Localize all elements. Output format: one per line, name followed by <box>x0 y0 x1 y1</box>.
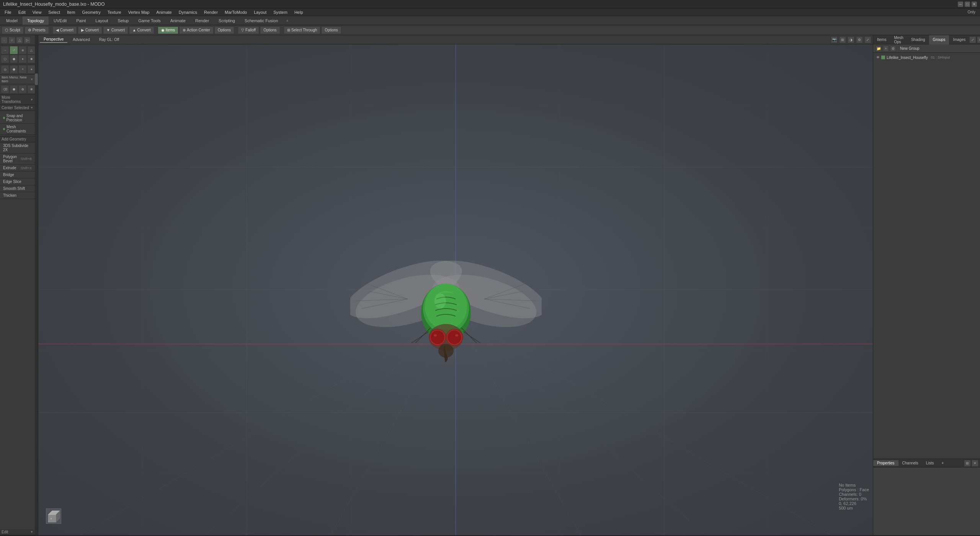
rb-tab-channels[interactable]: Channels <box>898 460 922 466</box>
right-tab-groups[interactable]: Groups <box>929 35 949 44</box>
vp-expand-icon[interactable]: ⤢ <box>864 36 871 43</box>
scene-item-fly[interactable]: 👁 Lifelike_Insect_Housefly 01 : SHinput <box>873 54 980 61</box>
edit-header[interactable]: Edit ▼ <box>0 529 35 535</box>
right-tab-meshops[interactable]: Mesh Ops <box>890 35 907 44</box>
extrude-btn[interactable]: Extrude Shift+X <box>0 165 35 172</box>
options-btn-2[interactable]: Options <box>260 26 280 34</box>
tab-animate[interactable]: Animate <box>166 16 190 25</box>
scroll-thumb[interactable] <box>35 74 38 85</box>
menu-geometry[interactable]: Geometry <box>79 9 103 15</box>
menu-dynamics[interactable]: Dynamics <box>176 9 200 15</box>
3ds-subdivide-btn[interactable]: 3DS Subdivide 2X <box>0 142 35 154</box>
rb-tab-lists[interactable]: Lists <box>922 460 938 466</box>
items-button[interactable]: ◉ Items <box>158 26 178 34</box>
tab-schematic[interactable]: Schematic Fusion <box>240 16 283 25</box>
right-panel-expand-icon[interactable]: ⤢ <box>969 36 976 43</box>
tool-edge-btn[interactable]: ○ <box>8 37 15 44</box>
tab-gametools[interactable]: Game Tools <box>134 16 165 25</box>
rb-tab-properties[interactable]: Properties <box>873 460 898 466</box>
right-panel-close-icon[interactable]: ✕ <box>977 36 980 43</box>
tool-transform-btn[interactable]: △ <box>27 46 35 54</box>
right-tab-shading[interactable]: Shading <box>907 35 929 44</box>
rb-close-icon[interactable]: ✕ <box>972 460 978 467</box>
item-menu-button[interactable]: Item Menu: New Item ▼ <box>0 75 35 84</box>
navigation-cube[interactable]: Y <box>46 508 61 524</box>
add-tab-button[interactable]: + <box>283 17 291 24</box>
add-geometry-header[interactable]: Add Geometry <box>0 136 35 142</box>
menu-help[interactable]: Help <box>291 9 306 15</box>
rb-tab-add[interactable]: + <box>938 460 947 466</box>
menu-layout[interactable]: Layout <box>251 9 270 15</box>
vp-camera-icon[interactable]: 📷 <box>831 36 838 43</box>
tab-model[interactable]: Model <box>2 16 22 25</box>
menu-item[interactable]: Item <box>64 9 78 15</box>
tab-paint[interactable]: Paint <box>72 16 90 25</box>
tool-sculpt-btn[interactable]: ⬣ <box>10 55 18 63</box>
vp-shading-icon[interactable]: ◑ <box>848 36 854 43</box>
menu-vertexmap[interactable]: Vertex Map <box>125 9 153 15</box>
menu-render[interactable]: Render <box>201 9 221 15</box>
more-transforms-header[interactable]: More Transforms ▼ <box>0 95 35 105</box>
group-add-icon[interactable]: + <box>883 46 889 52</box>
tool-b-btn[interactable]: ⬢ <box>10 65 18 74</box>
snap-precision-btn[interactable]: Snap and Precision <box>0 113 35 124</box>
tab-uvedit[interactable]: UVEdit <box>49 16 71 25</box>
vp-grid-icon[interactable]: ⊞ <box>839 36 846 43</box>
options-btn-1[interactable]: Options <box>214 26 234 34</box>
presets-button[interactable]: ⚙ Presets <box>24 26 49 34</box>
tool-f-btn[interactable]: ⬟ <box>10 85 18 93</box>
polygon-bevel-btn[interactable]: Polygon Bevel Shift+B <box>0 154 35 165</box>
tab-layout[interactable]: Layout <box>91 16 113 25</box>
sculpt-button[interactable]: ⬡ Sculpt <box>2 26 24 34</box>
vp-tab-perspective[interactable]: Perspective <box>40 36 67 43</box>
thicken-btn[interactable]: Thicken <box>0 192 35 199</box>
options-btn-3[interactable]: Options <box>321 26 341 34</box>
action-center-button[interactable]: ⊕ Action Center <box>179 26 214 34</box>
tool-e-btn[interactable]: ⌫ <box>1 85 9 93</box>
menu-view[interactable]: View <box>29 9 45 15</box>
vp-tab-advanced[interactable]: Advanced <box>69 37 93 42</box>
tool-rotate-btn[interactable]: ↺ <box>10 46 18 54</box>
right-tab-items[interactable]: Items <box>873 35 890 44</box>
tool-smooth-btn[interactable]: ✱ <box>27 55 35 63</box>
close-button[interactable]: ✕ <box>972 2 977 7</box>
select-through-button[interactable]: ⊞ Select Through <box>284 26 321 34</box>
menu-system[interactable]: System <box>270 9 291 15</box>
vp-settings-icon[interactable]: ⚙ <box>856 36 863 43</box>
falloff-button[interactable]: ▽ Falloff <box>238 26 259 34</box>
vp-tab-raygl[interactable]: Ray GL: Off <box>95 37 123 42</box>
tool-vertex-btn[interactable]: · <box>1 37 8 44</box>
minimize-button[interactable]: ─ <box>958 2 963 7</box>
tool-d-btn[interactable]: ✶ <box>27 65 35 74</box>
mesh-constraints-btn[interactable]: Mesh Constraints <box>0 124 35 135</box>
tab-render[interactable]: Render <box>191 16 214 25</box>
tool-select-btn[interactable]: → <box>1 46 9 54</box>
tool-h-btn[interactable]: ❋ <box>27 85 35 93</box>
convert-btn-3[interactable]: ▼ Convert <box>103 26 128 34</box>
edge-slice-btn[interactable]: Edge Slice <box>0 178 35 185</box>
tab-setup[interactable]: Setup <box>113 16 133 25</box>
rb-expand-icon[interactable]: ⊞ <box>964 460 971 467</box>
menu-select[interactable]: Select <box>45 9 63 15</box>
menu-martomodo[interactable]: MarToModo <box>222 9 250 15</box>
tool-scale-btn[interactable]: ⊕ <box>18 46 27 54</box>
tool-smear-btn[interactable]: ✦ <box>18 55 27 63</box>
menu-texture[interactable]: Texture <box>105 9 124 15</box>
tool-a-btn[interactable]: ◎ <box>1 65 9 74</box>
tool-poly-btn[interactable]: △ <box>16 37 23 44</box>
menu-animate[interactable]: Animate <box>153 9 175 15</box>
tool-g-btn[interactable]: ✿ <box>18 85 27 93</box>
tab-topology[interactable]: Topology <box>23 16 49 25</box>
center-selected-header[interactable]: Center Selected ▼ <box>0 105 35 111</box>
group-settings-icon[interactable]: ⚙ <box>890 46 896 52</box>
tool-paint-btn[interactable]: ⬡ <box>1 55 9 63</box>
menu-edit[interactable]: Edit <box>15 9 29 15</box>
maximize-button[interactable]: □ <box>965 2 970 7</box>
smooth-shift-btn[interactable]: Smooth Shift <box>0 185 35 192</box>
viewport[interactable]: Perspective Advanced Ray GL: Off 📷 ⊞ ◑ ⚙… <box>38 35 873 535</box>
tool-item-btn[interactable]: ▷ <box>24 37 31 44</box>
menu-file[interactable]: File <box>2 9 15 15</box>
convert-btn-2[interactable]: ▶ Convert <box>78 26 102 34</box>
bridge-btn[interactable]: Bridge <box>0 172 35 178</box>
convert-btn-4[interactable]: ▲ Convert <box>129 26 154 34</box>
